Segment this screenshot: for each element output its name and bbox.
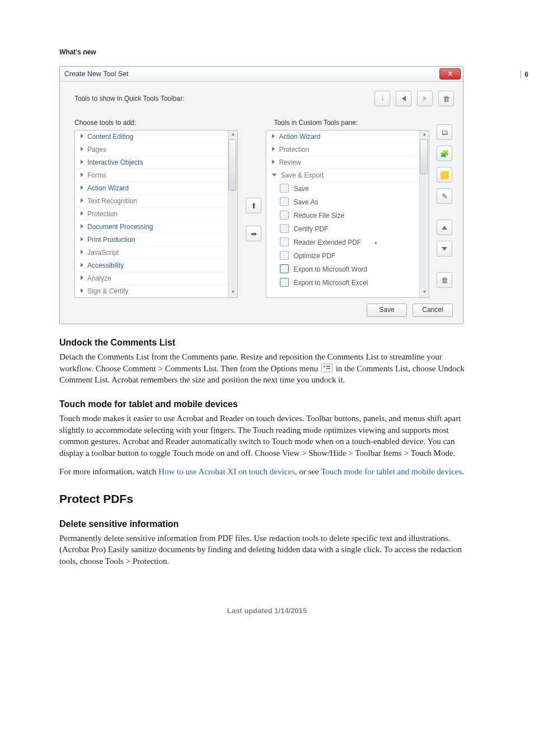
custom-tools-label: Tools in Custom Tools pane: (266, 119, 433, 130)
list-item[interactable]: Action Wizard (266, 130, 419, 143)
list-item[interactable]: Protection (266, 143, 419, 156)
list-item[interactable]: Certify PDF (266, 222, 419, 236)
custom-tools-listbox[interactable]: Action Wizard Protection Review Save & E… (266, 130, 429, 298)
close-icon[interactable]: x (439, 68, 461, 80)
remove-button[interactable]: 🗑 (437, 272, 452, 288)
scrollbar[interactable]: ▴ ▾ (419, 130, 429, 297)
cancel-button[interactable]: Cancel (413, 304, 453, 317)
scroll-up-icon[interactable]: ▴ (421, 131, 428, 139)
scroll-up-icon[interactable]: ▴ (229, 131, 236, 139)
add-panel-button[interactable]: 🗂 (437, 124, 452, 140)
delete-button[interactable]: 🗑 (438, 91, 454, 106)
move-up-button[interactable] (437, 220, 452, 235)
heading-protect-pdfs: Protect PDFs (59, 492, 478, 506)
list-item[interactable]: Export to Microsoft Excel (266, 276, 419, 290)
list-item[interactable]: Reader Extended PDF▾ (266, 236, 419, 249)
paragraph: For more information, watch How to use A… (59, 466, 478, 478)
heading-touch: Touch mode for tablet and mobile devices (59, 399, 478, 409)
move-right-button[interactable] (417, 91, 433, 106)
heading-delete-sensitive: Delete sensitive information (59, 519, 478, 529)
list-item[interactable]: Accessibility (75, 259, 228, 272)
quick-tools-label: Tools to show in Quick Tools Toolbar: (74, 95, 184, 102)
dialog-titlebar: Create New Tool Set x (60, 67, 463, 82)
list-item[interactable]: Text Recognition (75, 195, 228, 208)
scroll-down-icon[interactable]: ▾ (229, 289, 236, 297)
list-item[interactable]: Action Wizard (75, 182, 228, 195)
save-button[interactable]: Save (367, 304, 407, 317)
options-menu-icon (321, 363, 332, 372)
paragraph: Permanently delete sensitive information… (59, 533, 478, 567)
scroll-down-icon[interactable]: ▾ (421, 289, 428, 297)
divider-icon[interactable]: ⸽ (374, 91, 390, 106)
list-item[interactable]: Sign & Certify (75, 285, 228, 297)
add-up-button[interactable]: ⬆ (246, 198, 261, 213)
list-item[interactable]: Protection (75, 208, 228, 221)
paragraph: Touch mode makes it easier to use Acroba… (59, 413, 478, 459)
add-right-button[interactable]: ➡ (246, 226, 261, 241)
scrollbar[interactable]: ▴ ▾ (228, 130, 237, 297)
list-item[interactable]: Optimize PDF (266, 249, 419, 263)
list-item[interactable]: Analyze (75, 272, 228, 285)
link-touch-video[interactable]: How to use Acrobat XI on touch devices (158, 467, 295, 476)
add-tool-button[interactable]: 🧩 (437, 146, 452, 161)
list-item[interactable]: Interactive Objects (75, 156, 228, 169)
list-item[interactable]: Content Editing (75, 130, 228, 143)
choose-tools-label: Choose tools to add: (67, 119, 241, 130)
create-tool-set-dialog: Create New Tool Set x Tools to show in Q… (59, 66, 463, 324)
edit-label-button[interactable]: ✎ (437, 188, 452, 204)
list-item[interactable]: Review (266, 156, 419, 169)
list-item[interactable]: Print Production (75, 234, 228, 246)
list-item[interactable]: JavaScript (75, 246, 228, 259)
paragraph: Detach the Comments List from the Commen… (59, 351, 478, 386)
scroll-thumb[interactable] (420, 139, 428, 174)
list-item[interactable]: Document Processing (75, 221, 228, 234)
choose-tools-listbox[interactable]: Content Editing Pages Interactive Object… (74, 130, 238, 298)
list-item[interactable]: Forms (75, 169, 228, 182)
running-header: What's new (59, 48, 534, 56)
add-divider-button[interactable]: 🟨 (437, 167, 452, 183)
page-number: 6 (521, 71, 528, 78)
page-footer: Last updated 1/14/2015 (0, 606, 534, 615)
list-item[interactable]: Reduce File Size (266, 209, 419, 222)
move-down-button[interactable] (437, 241, 452, 256)
link-touch-doc[interactable]: Touch mode for tablet and mobile devices (321, 467, 462, 476)
list-item[interactable]: Save As (266, 195, 419, 209)
list-item[interactable]: Save & Export (266, 169, 419, 182)
move-left-button[interactable] (396, 91, 411, 106)
list-item[interactable]: Save (266, 182, 419, 195)
heading-undock: Undock the Comments List (59, 338, 478, 348)
scroll-thumb[interactable] (228, 139, 236, 191)
dialog-title: Create New Tool Set (64, 70, 128, 78)
list-item[interactable]: Pages (75, 143, 228, 156)
list-item[interactable]: Export to Microsoft Word (266, 263, 419, 276)
